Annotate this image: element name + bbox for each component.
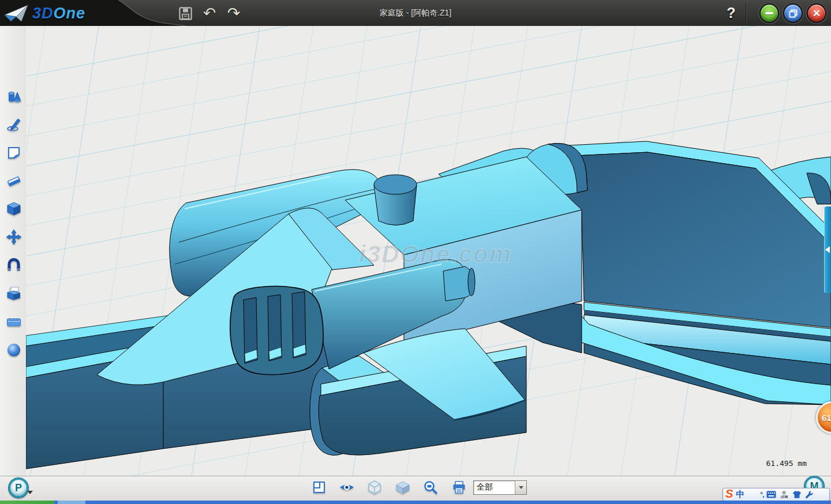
visibility-eye-icon xyxy=(339,482,354,493)
ime-logo-icon[interactable]: S xyxy=(725,488,733,499)
redo-icon: ↷ xyxy=(227,6,241,21)
zoom-capture-button[interactable] xyxy=(422,480,439,495)
p-button-caret[interactable] xyxy=(27,491,33,494)
sidebar-item-magnet-snap[interactable] xyxy=(5,257,23,274)
shaded-view-button[interactable] xyxy=(395,480,411,495)
ime-toolbar: S 中 °, xyxy=(723,488,830,501)
user-profile-icon xyxy=(780,490,788,499)
help-button[interactable]: ? xyxy=(723,2,740,24)
primitive-shapes-icon xyxy=(6,89,22,105)
sidebar-item-move-transform[interactable] xyxy=(5,228,23,246)
sidebar-item-assembly-box[interactable] xyxy=(5,285,23,302)
ime-punctuation-toggle[interactable]: °, xyxy=(760,491,763,499)
sidebar-item-primitive-shapes[interactable] xyxy=(5,88,23,106)
tool-sidebar xyxy=(0,26,27,476)
zoom-capture-icon xyxy=(424,480,438,495)
view-filter-dropdown-button[interactable] xyxy=(515,481,526,494)
viewport-canvas[interactable]: i3DOne.com xyxy=(26,26,831,476)
model-apache[interactable] xyxy=(26,141,831,469)
sketch-plane-view-button[interactable] xyxy=(311,480,327,495)
taskbar-strip xyxy=(0,501,831,504)
sidebar-item-sketch-draw[interactable] xyxy=(5,116,23,133)
3done-app-window: { "window": { "logo_3d": "3D", "logo_one… xyxy=(0,0,831,504)
viewport-scene: i3DOne.com xyxy=(26,26,831,476)
p-button-label: P xyxy=(15,482,22,494)
print-button[interactable] xyxy=(451,480,467,495)
sidebar-item-material-sphere[interactable] xyxy=(5,341,23,359)
minimize-icon xyxy=(765,12,773,14)
chevron-down-icon xyxy=(519,486,523,489)
dimension-readout: 61.495 mm xyxy=(749,459,807,468)
collapse-arrow-icon xyxy=(825,246,830,253)
ime-profile-button[interactable] xyxy=(779,490,789,499)
visibility-button[interactable] xyxy=(339,480,355,495)
titlebar-separator xyxy=(746,3,746,22)
measure-kit-icon xyxy=(6,314,22,330)
app-logo: 3DOne xyxy=(3,3,136,24)
redo-button[interactable]: ↷ xyxy=(225,5,242,22)
shaded-cube-icon xyxy=(395,480,410,494)
close-icon: ✕ xyxy=(813,9,821,18)
save-button[interactable] xyxy=(177,5,194,22)
pattern-library-button[interactable]: P xyxy=(9,478,28,498)
view-filter-value: 全部 xyxy=(474,481,515,494)
view-filter-dropdown[interactable]: 全部 xyxy=(473,480,527,495)
minimize-button[interactable] xyxy=(759,3,779,23)
sidebar-item-sketch-plane[interactable] xyxy=(5,144,23,161)
magnet-icon xyxy=(6,257,22,273)
restore-button[interactable] xyxy=(783,3,803,23)
close-button[interactable]: ✕ xyxy=(807,3,826,23)
save-floppy-icon xyxy=(178,6,193,21)
eraser-icon xyxy=(6,173,22,189)
ime-fullhalf-toggle[interactable] xyxy=(747,490,757,499)
logo-text-one: One xyxy=(54,5,86,22)
material-sphere-icon xyxy=(6,342,22,358)
undo-icon: ↶ xyxy=(203,6,216,21)
floating-badge-value: 61 xyxy=(822,413,831,423)
sidebar-item-feature-cube[interactable] xyxy=(5,200,23,217)
settings-wrench-icon xyxy=(805,490,814,499)
sketch-plane-icon xyxy=(6,145,22,161)
model-rotor-mast xyxy=(374,175,417,225)
ime-skin-button[interactable] xyxy=(792,490,802,499)
sidebar-item-eraser[interactable] xyxy=(5,172,23,190)
watermark: i3DOne.com xyxy=(359,240,512,268)
ime-settings-button[interactable] xyxy=(804,490,814,499)
feature-cube-icon xyxy=(6,201,22,217)
window-title: 家庭版 - [阿帕奇.Z1] xyxy=(380,0,451,26)
skin-shirt-icon xyxy=(792,490,802,499)
logo-text-3d: 3D xyxy=(32,5,54,22)
undo-button[interactable]: ↶ xyxy=(201,5,218,22)
ime-language-toggle[interactable]: 中 xyxy=(736,489,744,500)
move-arrows-icon xyxy=(6,229,22,245)
wireframe-cube-icon xyxy=(368,480,381,495)
restore-icon xyxy=(789,9,798,18)
engine-intake-slots xyxy=(244,292,306,363)
wireframe-view-button[interactable] xyxy=(366,480,383,495)
sidebar-item-measure-kit[interactable] xyxy=(5,313,23,330)
paper-plane-icon xyxy=(3,3,29,23)
half-moon-icon xyxy=(748,490,757,499)
sketch-pen-icon xyxy=(6,116,22,133)
assembly-box-icon xyxy=(6,285,22,302)
soft-keyboard-icon xyxy=(766,491,776,498)
plane-corner-icon xyxy=(312,480,326,494)
taskbar-strip-highlight xyxy=(58,501,85,504)
print-icon xyxy=(452,480,466,495)
title-bar: 3DOne ↶ ↷ 家庭版 - [阿帕奇.Z1] ? ✕ xyxy=(0,0,831,27)
bottom-toolbar xyxy=(0,476,831,501)
taskbar-strip-green xyxy=(0,501,54,504)
side-panel-toggle[interactable] xyxy=(824,206,831,293)
ime-keyboard-button[interactable] xyxy=(766,490,776,499)
